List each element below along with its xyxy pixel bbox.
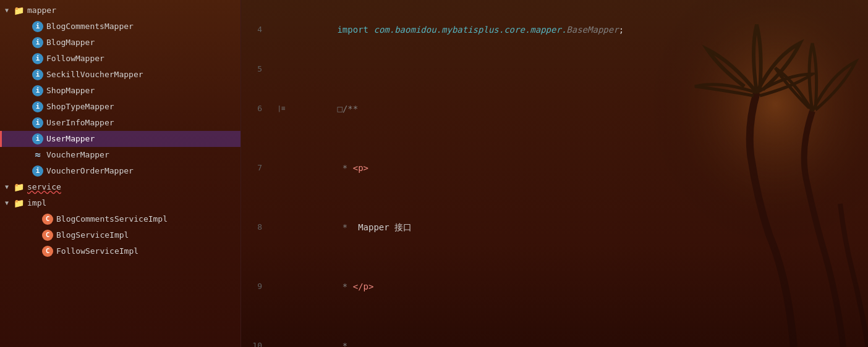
line-number: 9 bbox=[241, 277, 272, 296]
arrow-icon: ▼ bbox=[5, 180, 14, 194]
line-number: 6 bbox=[241, 99, 272, 119]
item-label: ShopMapper bbox=[46, 84, 95, 98]
item-label: BlogMapper bbox=[46, 36, 95, 49]
code-line-7: 7 * <p> bbox=[241, 138, 868, 198]
interface-icon: i bbox=[32, 85, 43, 96]
line-gutter: |≡ bbox=[272, 99, 291, 119]
item-label: SeckillVoucherMapper bbox=[46, 68, 143, 82]
code-line-6: 6 |≡ □/** bbox=[241, 79, 868, 138]
folder-icon: 📁 bbox=[14, 4, 24, 17]
item-label: ShopTypeMapper bbox=[46, 100, 114, 114]
list-item[interactable]: i SeckillVoucherMapper bbox=[0, 67, 240, 83]
code-text bbox=[291, 59, 300, 79]
folder-icon: 📁 bbox=[14, 180, 24, 194]
list-item[interactable]: ≈ VoucherMapper bbox=[0, 147, 240, 163]
sidebar-content: ▼ 📁 mapper i BlogCommentsMapper i BlogMa… bbox=[0, 0, 240, 262]
interface-icon: i bbox=[32, 69, 43, 80]
code-text: * bbox=[291, 316, 347, 347]
item-label: FollowServiceImpl bbox=[56, 245, 138, 258]
line-number: 8 bbox=[241, 217, 272, 237]
item-label: BlogServiceImpl bbox=[56, 228, 129, 242]
list-item[interactable]: i FollowMapper bbox=[0, 51, 240, 67]
interface-icon: i bbox=[32, 21, 43, 32]
item-label: BlogCommentsMapper bbox=[46, 20, 134, 33]
interface-icon: i bbox=[32, 53, 43, 64]
fold-icon[interactable]: |≡ bbox=[277, 99, 285, 119]
list-item[interactable]: i VoucherOrderMapper bbox=[0, 163, 240, 179]
item-label: BlogCommentsServiceImpl bbox=[56, 212, 168, 226]
list-item[interactable]: i UserInfoMapper bbox=[0, 115, 240, 131]
list-item[interactable]: i BlogMapper bbox=[0, 35, 240, 51]
squiggle-icon: ≈ bbox=[32, 149, 43, 161]
file-tree-sidebar: ▼ 📁 mapper i BlogCommentsMapper i BlogMa… bbox=[0, 0, 241, 347]
class-icon: C bbox=[42, 246, 53, 257]
interface-icon: i bbox=[32, 37, 43, 48]
list-item[interactable]: i ShopMapper bbox=[0, 83, 240, 99]
arrow-icon: ▼ bbox=[5, 4, 14, 17]
code-line-4: 4 import com.baomidou.mybatisplus.core.m… bbox=[241, 0, 868, 59]
list-item[interactable]: i ShopTypeMapper bbox=[0, 99, 240, 115]
service-folder-label: service bbox=[27, 180, 61, 194]
line-number: 10 bbox=[241, 336, 272, 347]
mapper-folder[interactable]: ▼ 📁 mapper bbox=[0, 2, 240, 19]
impl-folder-label: impl bbox=[27, 196, 46, 210]
list-item-selected[interactable]: i UserMapper bbox=[0, 131, 240, 147]
interface-icon: i bbox=[32, 101, 43, 112]
interface-icon: i bbox=[32, 117, 43, 128]
code-text: * </p> bbox=[291, 257, 373, 316]
item-label: FollowMapper bbox=[46, 52, 104, 65]
code-text: □/** bbox=[291, 79, 358, 138]
mapper-folder-label: mapper bbox=[27, 4, 56, 17]
impl-folder[interactable]: ▼ 📁 impl bbox=[0, 195, 240, 211]
code-line-10: 10 * bbox=[241, 316, 868, 347]
interface-icon: i bbox=[32, 133, 43, 144]
code-line-9: 9 * </p> bbox=[241, 257, 868, 316]
line-number: 4 bbox=[241, 20, 272, 40]
list-item[interactable]: C FollowServiceImpl bbox=[0, 243, 240, 259]
code-editor[interactable]: 4 import com.baomidou.mybatisplus.core.m… bbox=[241, 0, 868, 347]
code-line-8: 8 * Mapper 接口 bbox=[241, 198, 868, 257]
class-icon: C bbox=[42, 230, 53, 241]
interface-icon: i bbox=[32, 165, 43, 177]
folder-icon: 📁 bbox=[14, 196, 24, 210]
code-text: * <p> bbox=[291, 138, 368, 198]
list-item[interactable]: i BlogCommentsMapper bbox=[0, 19, 240, 35]
line-number: 5 bbox=[241, 59, 272, 79]
item-label: UserInfoMapper bbox=[46, 116, 114, 130]
code-line-5: 5 bbox=[241, 59, 868, 79]
code-text: import com.baomidou.mybatisplus.core.map… bbox=[291, 0, 624, 59]
list-item[interactable]: C BlogCommentsServiceImpl bbox=[0, 211, 240, 227]
service-folder[interactable]: ▼ 📁 service bbox=[0, 179, 240, 195]
line-number: 7 bbox=[241, 158, 272, 178]
list-item[interactable]: C BlogServiceImpl bbox=[0, 227, 240, 243]
item-label: VoucherMapper bbox=[46, 148, 109, 162]
arrow-icon: ▼ bbox=[5, 196, 14, 210]
item-label: VoucherOrderMapper bbox=[46, 164, 134, 178]
item-label: UserMapper bbox=[46, 132, 95, 146]
code-content: 4 import com.baomidou.mybatisplus.core.m… bbox=[241, 0, 868, 347]
class-icon: C bbox=[42, 214, 53, 225]
code-text: * Mapper 接口 bbox=[291, 198, 412, 257]
